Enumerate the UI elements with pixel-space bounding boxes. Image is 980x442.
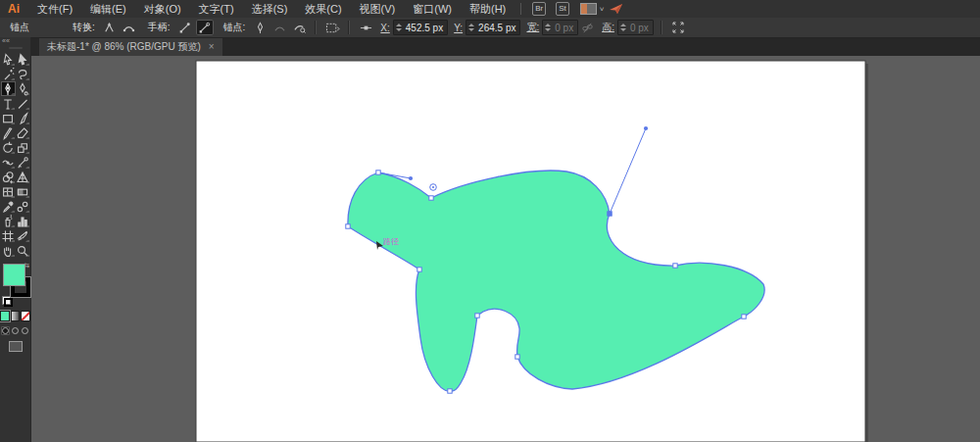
bridge-button[interactable]: Br	[532, 2, 546, 16]
selection-tool[interactable]	[16, 52, 30, 67]
magic-wand-tool[interactable]	[1, 67, 16, 81]
x-input[interactable]: 452.5 px	[393, 20, 448, 35]
screen-mode-button[interactable]	[9, 341, 23, 352]
none-button[interactable]	[21, 311, 30, 321]
paintbrush-tool[interactable]	[16, 111, 30, 125]
menu-item[interactable]: 帮助(H)	[461, 0, 514, 18]
chevron-down-icon[interactable]: ˅	[600, 5, 605, 14]
stepper-icon[interactable]	[396, 24, 402, 31]
pencil-tool[interactable]	[1, 125, 16, 140]
free-transform-tool[interactable]	[16, 155, 30, 170]
gradient-tool-icon	[16, 185, 29, 199]
eyedropper-tool-icon	[1, 200, 15, 214]
scale-tool[interactable]	[16, 140, 30, 155]
context-label: 锚点	[10, 21, 29, 34]
artboard-tool[interactable]	[1, 228, 16, 243]
reference-point-icon[interactable]	[357, 20, 374, 35]
anchor-point-selected[interactable]	[608, 212, 612, 216]
stock-button[interactable]: St	[556, 2, 569, 16]
close-icon[interactable]: ×	[209, 41, 215, 52]
anchor-point[interactable]	[429, 196, 433, 200]
cut-path-button[interactable]	[290, 20, 308, 35]
draw-inside-mode-button[interactable]	[21, 326, 29, 335]
width-tool[interactable]	[1, 155, 16, 170]
blend-tool[interactable]	[16, 199, 30, 214]
share-plane-icon[interactable]	[609, 2, 624, 16]
type-tool[interactable]	[1, 96, 16, 111]
workspace-icon[interactable]	[580, 3, 597, 15]
menu-item[interactable]: 编辑(E)	[81, 0, 135, 18]
lasso-tool[interactable]	[16, 67, 30, 81]
path-label: 路径	[383, 237, 399, 246]
remove-anchor-button[interactable]	[270, 20, 288, 35]
add-anchor-pen-button[interactable]	[251, 20, 269, 35]
line-segment-tool[interactable]	[16, 96, 30, 111]
artboard-tool-icon	[1, 229, 15, 243]
gradient-button[interactable]	[11, 311, 21, 321]
anchor-point[interactable]	[515, 355, 519, 359]
menu-item[interactable]: 选择(S)	[243, 0, 297, 18]
menu-item[interactable]: 视图(V)	[351, 0, 405, 18]
menu-item[interactable]: 对象(O)	[135, 0, 190, 18]
panel-grip[interactable]	[9, 47, 23, 49]
menu-item[interactable]: 文件(F)	[28, 0, 81, 18]
pen-tool[interactable]	[1, 81, 16, 96]
paintbrush-tool-icon	[16, 112, 29, 125]
rectangle-tool[interactable]	[1, 111, 16, 125]
menu-item[interactable]: 窗口(W)	[404, 0, 461, 18]
show-handles-button[interactable]	[196, 20, 214, 35]
link-dimensions-icon[interactable]	[578, 20, 596, 35]
anchor-point[interactable]	[376, 171, 380, 174]
anchor-point[interactable]	[475, 314, 479, 318]
slice-tool[interactable]	[16, 228, 30, 243]
direct-selection-tool[interactable]	[1, 52, 16, 67]
height-input[interactable]: 0 px	[617, 20, 654, 35]
anchor-point[interactable]	[742, 315, 746, 319]
draw-normal-mode-button[interactable]	[1, 326, 10, 335]
curvature-tool[interactable]	[16, 81, 30, 96]
hide-handles-button[interactable]	[176, 20, 194, 35]
convert-label: 转换:	[73, 21, 95, 34]
collapse-panel-icon[interactable]: ««	[0, 37, 30, 45]
stepper-icon[interactable]	[468, 24, 474, 31]
curvature-tool-icon	[16, 82, 29, 96]
width-input[interactable]: 0 px	[542, 20, 578, 35]
bezier-handle-dot[interactable]	[644, 126, 648, 130]
anchor-hover-indicator-dot[interactable]	[432, 186, 434, 188]
hand-tool[interactable]	[1, 243, 16, 258]
mesh-tool[interactable]	[1, 184, 16, 199]
zoom-tool[interactable]	[16, 243, 30, 258]
menu-item[interactable]: 效果(C)	[296, 0, 350, 18]
isolate-selection-button[interactable]	[323, 20, 341, 35]
document-tab[interactable]: 未标题-1* @ 86% (RGB/GPU 预览) ×	[39, 37, 222, 56]
transform-icon[interactable]	[669, 20, 687, 35]
perspective-grid-tool[interactable]	[16, 170, 30, 184]
anchor-point[interactable]	[673, 264, 677, 268]
menu-item[interactable]: 文字(T)	[190, 0, 243, 18]
column-graph-tool[interactable]	[16, 214, 30, 228]
app-logo[interactable]: Ai	[0, 2, 28, 16]
color-type-buttons	[0, 311, 30, 321]
lasso-tool-icon	[16, 68, 29, 81]
symbol-sprayer-tool[interactable]	[1, 214, 16, 228]
anchor-point[interactable]	[448, 389, 452, 393]
eraser-tool[interactable]	[16, 125, 30, 140]
perspective-grid-tool-icon	[16, 171, 29, 184]
width-label: 宽:	[526, 21, 539, 34]
draw-behind-mode-button[interactable]	[11, 326, 20, 335]
rotate-tool[interactable]	[1, 140, 16, 155]
eyedropper-tool[interactable]	[1, 199, 16, 214]
bezier-handle-dot[interactable]	[409, 176, 413, 180]
y-input[interactable]: 264.5 px	[466, 20, 520, 35]
color-button[interactable]	[0, 311, 10, 321]
gradient-tool[interactable]	[16, 184, 30, 199]
convert-to-smooth-button[interactable]	[121, 20, 138, 35]
fill-swatch[interactable]	[3, 264, 25, 286]
rotate-tool-icon	[1, 141, 15, 155]
convert-to-corner-button[interactable]	[101, 20, 119, 35]
canvas-stage[interactable]: 路径	[0, 0, 980, 442]
anchor-point[interactable]	[346, 224, 350, 228]
anchor-point[interactable]	[417, 268, 421, 271]
shape-builder-tool[interactable]	[1, 170, 16, 184]
default-fill-stroke-icon[interactable]	[2, 296, 11, 305]
